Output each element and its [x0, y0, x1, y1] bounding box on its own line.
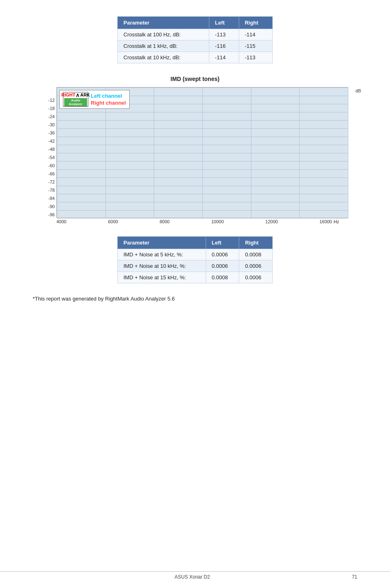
table-cell: -115 — [239, 40, 272, 52]
grid-line-vertical — [202, 88, 203, 218]
y-axis-label: -96 — [48, 212, 55, 217]
y-axis-label: -18 — [48, 106, 55, 111]
table-row: IMD + Noise at 15 kHz, %:0.00080.0006 — [118, 272, 273, 283]
y-axis-label: -60 — [48, 163, 55, 168]
footer-page-number: 71 — [352, 574, 357, 580]
chart-area: -12-18-24-30-36-42-48-54-60-66-72-78-84-… — [42, 87, 348, 218]
col-header-right: Right — [239, 17, 272, 29]
imd-table: Parameter Left Right IMD + Noise at 5 kH… — [117, 236, 273, 283]
imd-chart: -12-18-24-30-36-42-48-54-60-66-72-78-84-… — [42, 87, 348, 224]
logo-ark-text: ARK — [80, 93, 90, 97]
y-axis-label: -30 — [48, 122, 55, 127]
imd-col-header-parameter: Parameter — [118, 237, 206, 249]
table-cell: Crosstalk at 1 kHz, dB: — [118, 40, 209, 52]
x-axis-label: 8000 — [159, 219, 169, 224]
footer-center: ASUS Xonar D2 — [175, 574, 210, 580]
y-axis-label: -54 — [48, 155, 55, 160]
y-axis-label: -90 — [48, 204, 55, 209]
table-cell: IMD + Noise at 10 kHz, %: — [118, 260, 206, 272]
col-header-parameter: Parameter — [118, 17, 209, 29]
table-cell: -114 — [239, 29, 272, 40]
x-axis-label: 4000 — [56, 219, 66, 224]
table-cell: Crosstalk at 100 Hz, dB: — [118, 29, 209, 40]
x-axis-label: 16000 — [319, 219, 332, 224]
logo-chevron: ∧ — [76, 92, 80, 98]
footer-note: *This report was generated by RightMark … — [33, 296, 357, 302]
logo-top: RIGHT ∧ ARK — [61, 92, 90, 98]
imd-col-header-right: Right — [239, 237, 273, 249]
grid-line-vertical — [154, 88, 154, 218]
table-cell: 0.0008 — [239, 249, 273, 260]
table-cell: -113 — [239, 52, 272, 63]
grid-line-vertical — [299, 88, 300, 218]
db-label: dB — [356, 88, 361, 93]
chart-plot: dB RIGHT ∧ ARK Audio Analyzer Left chann… — [56, 87, 348, 218]
y-axis-label: -42 — [48, 139, 55, 144]
logo-bottom-text: Audio Analyzer — [64, 98, 87, 106]
crosstalk-table: Parameter Left Right Crosstalk at 100 Hz… — [117, 16, 273, 63]
chart-section-title: IMD (swept tones) — [33, 76, 357, 82]
table-cell: 0.0008 — [206, 272, 239, 283]
y-axis-label: -12 — [48, 98, 55, 103]
y-axis-label: -36 — [48, 130, 55, 135]
legend-item-left: Left channel — [91, 93, 126, 99]
page-footer: ASUS Xonar D2 71 — [0, 571, 390, 580]
imd-col-header-left: Left — [206, 237, 239, 249]
table-cell: 0.0006 — [239, 272, 273, 283]
table-row: Crosstalk at 1 kHz, dB:-116-115 — [118, 40, 273, 52]
y-axis-label: -24 — [48, 114, 55, 119]
table-cell: IMD + Noise at 5 kHz, %: — [118, 249, 206, 260]
table-cell: Crosstalk at 10 kHz, dB: — [118, 52, 209, 63]
chart-legend: RIGHT ∧ ARK Audio Analyzer Left channel … — [59, 90, 130, 109]
table-row: IMD + Noise at 10 kHz, %:0.00060.0006 — [118, 260, 273, 272]
hz-unit: Hz — [332, 218, 348, 224]
table-cell: 0.0006 — [206, 249, 239, 260]
grid-line-vertical — [57, 88, 57, 218]
logo-box: RIGHT ∧ ARK Audio Analyzer — [63, 92, 88, 107]
grid-line-vertical — [348, 88, 348, 218]
y-axis: -12-18-24-30-36-42-48-54-60-66-72-78-84-… — [42, 87, 56, 218]
table-row: Crosstalk at 100 Hz, dB:-113-114 — [118, 29, 273, 40]
table-cell: -114 — [209, 52, 239, 63]
table-cell: -113 — [209, 29, 239, 40]
x-labels-row: 400060008000100001200016000 — [56, 218, 332, 224]
table-cell: 0.0006 — [206, 260, 239, 272]
table-row: IMD + Noise at 5 kHz, %:0.00060.0008 — [118, 249, 273, 260]
legend-items: Left channel Right channel — [91, 92, 126, 106]
col-header-left: Left — [209, 17, 239, 29]
crosstalk-table-wrapper: Parameter Left Right Crosstalk at 100 Hz… — [33, 16, 357, 63]
y-axis-label: -66 — [48, 171, 55, 176]
logo-right-text: RIGHT — [61, 93, 75, 97]
x-axis-label: 10000 — [211, 219, 224, 224]
y-axis-label: -84 — [48, 196, 55, 201]
legend-label-left: Left channel — [91, 93, 122, 99]
imd-table-wrapper: Parameter Left Right IMD + Noise at 5 kH… — [33, 236, 357, 283]
table-cell: -116 — [209, 40, 239, 52]
x-axis-label: 6000 — [108, 219, 118, 224]
y-axis-label: -78 — [48, 188, 55, 193]
table-cell: IMD + Noise at 15 kHz, %: — [118, 272, 206, 283]
grid-line-vertical — [251, 88, 251, 218]
y-axis-label: -72 — [48, 180, 55, 184]
table-row: Crosstalk at 10 kHz, dB:-114-113 — [118, 52, 273, 63]
y-axis-label: -48 — [48, 147, 55, 152]
legend-label-right: Right channel — [91, 100, 126, 106]
legend-item-right: Right channel — [91, 100, 126, 106]
chart-bottom-row: 400060008000100001200016000 Hz — [42, 218, 348, 224]
table-cell: 0.0006 — [239, 260, 273, 272]
x-axis-label: 12000 — [265, 219, 278, 224]
